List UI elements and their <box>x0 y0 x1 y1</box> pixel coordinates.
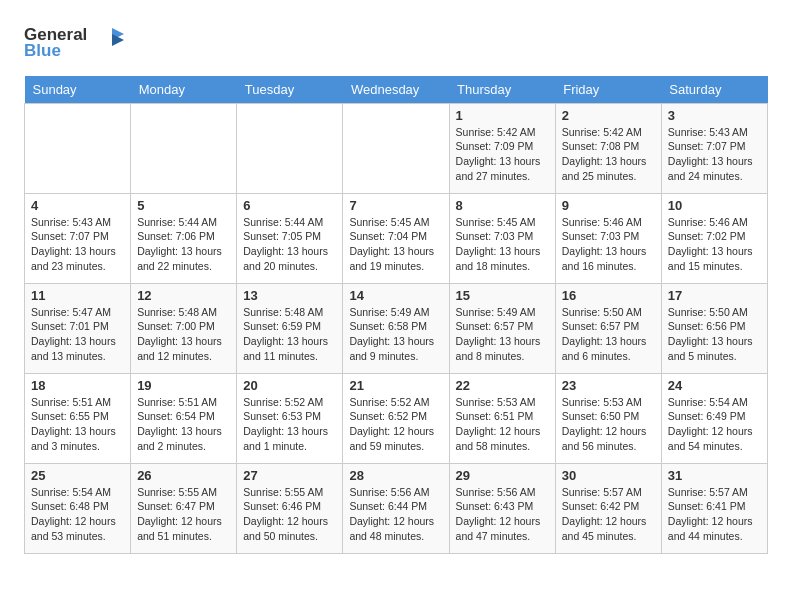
day-info: Sunrise: 5:45 AMSunset: 7:04 PMDaylight:… <box>349 215 442 274</box>
weekday-header-thursday: Thursday <box>449 76 555 104</box>
day-info: Sunrise: 5:50 AMSunset: 6:57 PMDaylight:… <box>562 305 655 364</box>
day-info: Sunrise: 5:43 AMSunset: 7:07 PMDaylight:… <box>31 215 124 274</box>
day-info: Sunrise: 5:43 AMSunset: 7:07 PMDaylight:… <box>668 125 761 184</box>
calendar-cell: 8Sunrise: 5:45 AMSunset: 7:03 PMDaylight… <box>449 193 555 283</box>
day-number: 28 <box>349 468 442 483</box>
calendar-cell: 19Sunrise: 5:51 AMSunset: 6:54 PMDayligh… <box>131 373 237 463</box>
calendar-cell: 17Sunrise: 5:50 AMSunset: 6:56 PMDayligh… <box>661 283 767 373</box>
calendar-cell: 9Sunrise: 5:46 AMSunset: 7:03 PMDaylight… <box>555 193 661 283</box>
day-number: 2 <box>562 108 655 123</box>
calendar-cell <box>237 103 343 193</box>
svg-text:Blue: Blue <box>24 41 61 60</box>
day-number: 26 <box>137 468 230 483</box>
day-number: 5 <box>137 198 230 213</box>
calendar-cell: 18Sunrise: 5:51 AMSunset: 6:55 PMDayligh… <box>25 373 131 463</box>
day-number: 19 <box>137 378 230 393</box>
day-info: Sunrise: 5:44 AMSunset: 7:05 PMDaylight:… <box>243 215 336 274</box>
logo-svg: General Blue <box>24 20 134 60</box>
calendar-cell: 20Sunrise: 5:52 AMSunset: 6:53 PMDayligh… <box>237 373 343 463</box>
day-info: Sunrise: 5:51 AMSunset: 6:54 PMDaylight:… <box>137 395 230 454</box>
day-info: Sunrise: 5:51 AMSunset: 6:55 PMDaylight:… <box>31 395 124 454</box>
calendar-cell: 30Sunrise: 5:57 AMSunset: 6:42 PMDayligh… <box>555 463 661 553</box>
day-number: 20 <box>243 378 336 393</box>
calendar-cell: 28Sunrise: 5:56 AMSunset: 6:44 PMDayligh… <box>343 463 449 553</box>
calendar-cell: 27Sunrise: 5:55 AMSunset: 6:46 PMDayligh… <box>237 463 343 553</box>
weekday-header-row: SundayMondayTuesdayWednesdayThursdayFrid… <box>25 76 768 104</box>
calendar-cell: 21Sunrise: 5:52 AMSunset: 6:52 PMDayligh… <box>343 373 449 463</box>
day-info: Sunrise: 5:45 AMSunset: 7:03 PMDaylight:… <box>456 215 549 274</box>
weekday-header-saturday: Saturday <box>661 76 767 104</box>
calendar-cell: 31Sunrise: 5:57 AMSunset: 6:41 PMDayligh… <box>661 463 767 553</box>
day-info: Sunrise: 5:52 AMSunset: 6:52 PMDaylight:… <box>349 395 442 454</box>
day-info: Sunrise: 5:49 AMSunset: 6:58 PMDaylight:… <box>349 305 442 364</box>
calendar-cell: 3Sunrise: 5:43 AMSunset: 7:07 PMDaylight… <box>661 103 767 193</box>
day-number: 21 <box>349 378 442 393</box>
calendar-cell: 29Sunrise: 5:56 AMSunset: 6:43 PMDayligh… <box>449 463 555 553</box>
day-number: 6 <box>243 198 336 213</box>
calendar-week-row: 1Sunrise: 5:42 AMSunset: 7:09 PMDaylight… <box>25 103 768 193</box>
day-number: 9 <box>562 198 655 213</box>
calendar-body: 1Sunrise: 5:42 AMSunset: 7:09 PMDaylight… <box>25 103 768 553</box>
day-info: Sunrise: 5:48 AMSunset: 7:00 PMDaylight:… <box>137 305 230 364</box>
day-number: 30 <box>562 468 655 483</box>
calendar-cell: 22Sunrise: 5:53 AMSunset: 6:51 PMDayligh… <box>449 373 555 463</box>
weekday-header-monday: Monday <box>131 76 237 104</box>
calendar-cell: 13Sunrise: 5:48 AMSunset: 6:59 PMDayligh… <box>237 283 343 373</box>
calendar-cell: 2Sunrise: 5:42 AMSunset: 7:08 PMDaylight… <box>555 103 661 193</box>
day-info: Sunrise: 5:55 AMSunset: 6:46 PMDaylight:… <box>243 485 336 544</box>
calendar-cell: 14Sunrise: 5:49 AMSunset: 6:58 PMDayligh… <box>343 283 449 373</box>
calendar-cell: 7Sunrise: 5:45 AMSunset: 7:04 PMDaylight… <box>343 193 449 283</box>
logo-text: General Blue <box>24 20 134 64</box>
calendar-cell: 6Sunrise: 5:44 AMSunset: 7:05 PMDaylight… <box>237 193 343 283</box>
calendar-cell <box>343 103 449 193</box>
day-info: Sunrise: 5:42 AMSunset: 7:08 PMDaylight:… <box>562 125 655 184</box>
day-number: 23 <box>562 378 655 393</box>
calendar-cell: 15Sunrise: 5:49 AMSunset: 6:57 PMDayligh… <box>449 283 555 373</box>
day-info: Sunrise: 5:53 AMSunset: 6:51 PMDaylight:… <box>456 395 549 454</box>
day-number: 3 <box>668 108 761 123</box>
day-number: 16 <box>562 288 655 303</box>
calendar-cell: 26Sunrise: 5:55 AMSunset: 6:47 PMDayligh… <box>131 463 237 553</box>
day-number: 4 <box>31 198 124 213</box>
day-number: 27 <box>243 468 336 483</box>
day-number: 15 <box>456 288 549 303</box>
weekday-header-friday: Friday <box>555 76 661 104</box>
weekday-header-sunday: Sunday <box>25 76 131 104</box>
calendar-cell <box>131 103 237 193</box>
day-info: Sunrise: 5:56 AMSunset: 6:43 PMDaylight:… <box>456 485 549 544</box>
day-info: Sunrise: 5:53 AMSunset: 6:50 PMDaylight:… <box>562 395 655 454</box>
weekday-header-wednesday: Wednesday <box>343 76 449 104</box>
day-number: 1 <box>456 108 549 123</box>
calendar-cell: 4Sunrise: 5:43 AMSunset: 7:07 PMDaylight… <box>25 193 131 283</box>
day-number: 17 <box>668 288 761 303</box>
day-number: 7 <box>349 198 442 213</box>
day-info: Sunrise: 5:57 AMSunset: 6:42 PMDaylight:… <box>562 485 655 544</box>
day-number: 18 <box>31 378 124 393</box>
day-info: Sunrise: 5:54 AMSunset: 6:48 PMDaylight:… <box>31 485 124 544</box>
calendar-cell: 10Sunrise: 5:46 AMSunset: 7:02 PMDayligh… <box>661 193 767 283</box>
calendar-week-row: 4Sunrise: 5:43 AMSunset: 7:07 PMDaylight… <box>25 193 768 283</box>
day-info: Sunrise: 5:46 AMSunset: 7:02 PMDaylight:… <box>668 215 761 274</box>
day-info: Sunrise: 5:49 AMSunset: 6:57 PMDaylight:… <box>456 305 549 364</box>
day-number: 24 <box>668 378 761 393</box>
calendar-cell: 5Sunrise: 5:44 AMSunset: 7:06 PMDaylight… <box>131 193 237 283</box>
calendar-cell: 12Sunrise: 5:48 AMSunset: 7:00 PMDayligh… <box>131 283 237 373</box>
day-number: 31 <box>668 468 761 483</box>
day-number: 29 <box>456 468 549 483</box>
calendar-cell <box>25 103 131 193</box>
day-number: 22 <box>456 378 549 393</box>
calendar-cell: 1Sunrise: 5:42 AMSunset: 7:09 PMDaylight… <box>449 103 555 193</box>
day-info: Sunrise: 5:44 AMSunset: 7:06 PMDaylight:… <box>137 215 230 274</box>
day-info: Sunrise: 5:54 AMSunset: 6:49 PMDaylight:… <box>668 395 761 454</box>
page-container: General Blue SundayMondayTuesdayWednesda… <box>0 0 792 574</box>
calendar-week-row: 18Sunrise: 5:51 AMSunset: 6:55 PMDayligh… <box>25 373 768 463</box>
logo: General Blue <box>24 20 134 64</box>
calendar-week-row: 11Sunrise: 5:47 AMSunset: 7:01 PMDayligh… <box>25 283 768 373</box>
day-number: 25 <box>31 468 124 483</box>
day-number: 13 <box>243 288 336 303</box>
calendar-week-row: 25Sunrise: 5:54 AMSunset: 6:48 PMDayligh… <box>25 463 768 553</box>
calendar-table: SundayMondayTuesdayWednesdayThursdayFrid… <box>24 76 768 554</box>
day-info: Sunrise: 5:52 AMSunset: 6:53 PMDaylight:… <box>243 395 336 454</box>
day-info: Sunrise: 5:56 AMSunset: 6:44 PMDaylight:… <box>349 485 442 544</box>
calendar-cell: 24Sunrise: 5:54 AMSunset: 6:49 PMDayligh… <box>661 373 767 463</box>
